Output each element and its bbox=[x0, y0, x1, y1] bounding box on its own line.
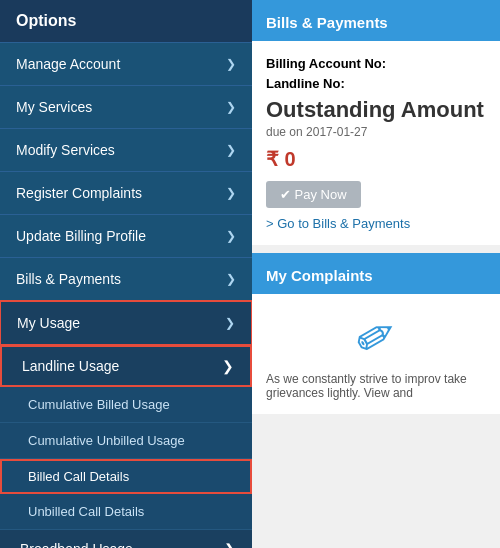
sub-menu-header-landline-usage[interactable]: Landline Usage ❯ bbox=[0, 345, 252, 387]
chevron-right-icon: ❯ bbox=[226, 143, 236, 157]
main-content: Bills & Payments Billing Account No: Lan… bbox=[252, 0, 500, 548]
landline-info: Landline No: bbox=[266, 75, 486, 91]
billing-account-label: Billing Account No: bbox=[266, 56, 386, 71]
complaints-text: As we constantly strive to improv take g… bbox=[266, 372, 486, 400]
pencil-icon: ✏ bbox=[345, 302, 408, 370]
sidebar-item-label: My Usage bbox=[17, 315, 80, 331]
sub-item-cumulative-unbilled-usage[interactable]: Cumulative Unbilled Usage bbox=[0, 423, 252, 459]
sidebar-item-label: Register Complaints bbox=[16, 185, 142, 201]
due-date: due on 2017-01-27 bbox=[266, 125, 486, 139]
sidebar-item-my-services[interactable]: My Services ❯ bbox=[0, 86, 252, 129]
sidebar-item-register-complaints[interactable]: Register Complaints ❯ bbox=[0, 172, 252, 215]
chevron-down-icon: ❯ bbox=[222, 358, 234, 374]
sidebar-item-bills-payments[interactable]: Bills & Payments ❯ bbox=[0, 258, 252, 301]
sidebar-item-label: Modify Services bbox=[16, 142, 115, 158]
chevron-right-icon: ❯ bbox=[226, 272, 236, 286]
sidebar-item-manage-account[interactable]: Manage Account ❯ bbox=[0, 43, 252, 86]
chevron-right-icon: ❯ bbox=[224, 541, 236, 548]
sidebar-item-update-billing-profile[interactable]: Update Billing Profile ❯ bbox=[0, 215, 252, 258]
my-complaints-body: ✏ As we constantly strive to improv take… bbox=[252, 294, 500, 414]
sub-menu-broadband-usage[interactable]: Broadband Usage ❯ bbox=[0, 530, 252, 548]
sidebar: Options Manage Account ❯ My Services ❯ M… bbox=[0, 0, 252, 548]
my-complaints-card: My Complaints ✏ As we constantly strive … bbox=[252, 253, 500, 414]
sidebar-header: Options bbox=[0, 0, 252, 43]
broadband-usage-label: Broadband Usage bbox=[20, 541, 133, 548]
sidebar-item-label: Manage Account bbox=[16, 56, 120, 72]
chevron-down-icon: ❯ bbox=[225, 316, 235, 330]
chevron-right-icon: ❯ bbox=[226, 100, 236, 114]
sub-item-unbilled-call-details[interactable]: Unbilled Call Details bbox=[0, 494, 252, 530]
outstanding-amount-label: Outstanding Amount bbox=[266, 97, 486, 123]
chevron-right-icon: ❯ bbox=[226, 57, 236, 71]
pay-now-button[interactable]: ✔ Pay Now bbox=[266, 181, 361, 208]
sidebar-item-my-usage[interactable]: My Usage ❯ bbox=[0, 301, 252, 345]
bills-payments-body: Billing Account No: Landline No: Outstan… bbox=[252, 41, 500, 245]
sub-item-billed-call-details[interactable]: Billed Call Details bbox=[0, 459, 252, 494]
sidebar-item-modify-services[interactable]: Modify Services ❯ bbox=[0, 129, 252, 172]
sub-item-cumulative-billed-usage[interactable]: Cumulative Billed Usage bbox=[0, 387, 252, 423]
go-to-bills-link[interactable]: > Go to Bills & Payments bbox=[266, 216, 486, 231]
sub-menu-landline: Landline Usage ❯ Cumulative Billed Usage… bbox=[0, 345, 252, 548]
sidebar-item-label: Bills & Payments bbox=[16, 271, 121, 287]
chevron-right-icon: ❯ bbox=[226, 229, 236, 243]
landline-label: Landline No: bbox=[266, 76, 345, 91]
bills-payments-header: Bills & Payments bbox=[252, 4, 500, 41]
bills-payments-card: Bills & Payments Billing Account No: Lan… bbox=[252, 0, 500, 245]
sub-menu-label: Landline Usage bbox=[22, 358, 119, 374]
my-complaints-header: My Complaints bbox=[252, 257, 500, 294]
billing-account-info: Billing Account No: bbox=[266, 55, 486, 71]
sidebar-item-label: Update Billing Profile bbox=[16, 228, 146, 244]
sidebar-item-label: My Services bbox=[16, 99, 92, 115]
amount-value: ₹ 0 bbox=[266, 147, 486, 171]
chevron-right-icon: ❯ bbox=[226, 186, 236, 200]
